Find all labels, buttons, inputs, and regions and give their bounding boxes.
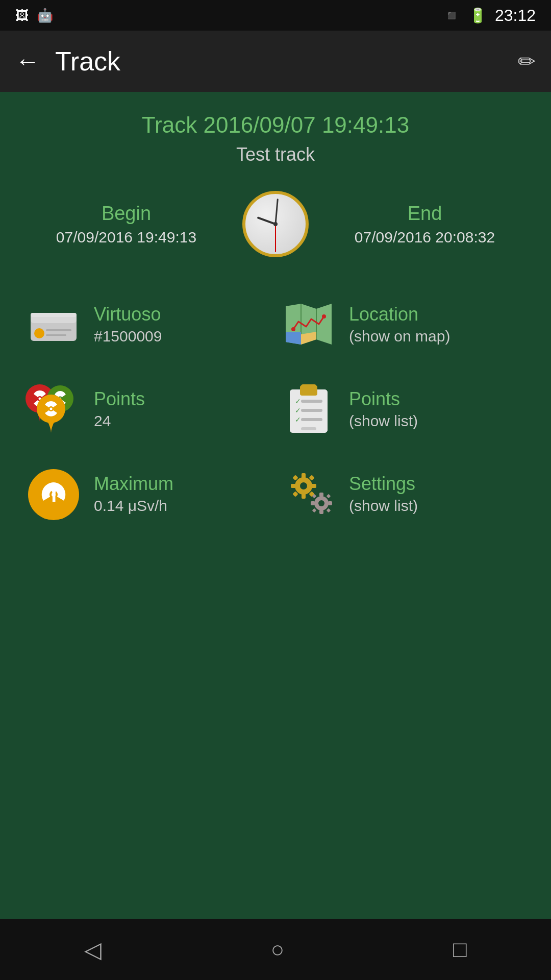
device-text: Virtuoso #1500009: [94, 303, 162, 347]
svg-rect-28: [301, 409, 322, 412]
android-icon: 🤖: [37, 8, 53, 23]
status-time: 23:12: [495, 6, 536, 25]
disk-icon: [28, 307, 79, 344]
svg-point-9: [322, 314, 326, 318]
track-title: Track 2016/09/07 19:49:13: [20, 112, 531, 138]
svg-rect-53: [328, 501, 332, 505]
pins-icon-wrap: [26, 382, 82, 438]
disk-icon-wrap: [26, 297, 82, 353]
nav-back-button[interactable]: ◁: [64, 926, 122, 973]
main-content: Track 2016/09/07 19:49:13 Test track Beg…: [0, 92, 551, 919]
svg-rect-40: [302, 473, 306, 478]
location-value: (show on map): [349, 326, 450, 347]
svg-rect-43: [311, 484, 316, 488]
navigation-bar: ◁ ○ □: [0, 919, 551, 980]
points-count-value: 24: [94, 410, 145, 432]
battery-icon: 🔋: [469, 7, 487, 24]
svg-text:✓: ✓: [295, 397, 301, 405]
device-value: #1500009: [94, 326, 162, 347]
svg-rect-46: [292, 491, 298, 497]
points-list-item[interactable]: ✓ ✓ ✓ Points (show list): [276, 368, 531, 452]
sim-icon: ◾: [443, 7, 461, 24]
svg-rect-32: [301, 427, 316, 430]
svg-rect-56: [312, 508, 316, 512]
svg-point-49: [318, 500, 324, 506]
points-count-text: Points 24: [94, 388, 145, 431]
points-count-label: Points: [94, 388, 145, 410]
radiation-pins-icon: [26, 383, 82, 437]
end-datetime: 07/09/2016 20:08:32: [319, 229, 531, 246]
gears-icon: [281, 467, 337, 523]
location-text: Location (show on map): [349, 303, 450, 347]
track-subtitle: Test track: [20, 144, 531, 165]
points-list-label: Points: [349, 388, 418, 410]
settings-item[interactable]: Settings (show list): [276, 452, 531, 537]
begin-datetime: 07/09/2016 19:49:13: [20, 229, 232, 246]
nav-recent-button[interactable]: □: [433, 926, 487, 972]
nav-home-button[interactable]: ○: [250, 926, 305, 972]
location-item[interactable]: Location (show on map): [276, 283, 531, 368]
svg-point-39: [300, 482, 307, 489]
svg-rect-57: [327, 508, 331, 512]
end-block: End 07/09/2016 20:08:32: [319, 203, 531, 246]
maximum-label: Maximum: [94, 473, 173, 495]
clock-icon: [242, 191, 309, 257]
settings-icon-wrap: [281, 467, 337, 523]
app-bar: ← Track ✏: [0, 31, 551, 92]
svg-rect-26: [301, 400, 322, 403]
svg-rect-25: [300, 385, 317, 396]
begin-label: Begin: [20, 203, 232, 225]
settings-label: Settings: [349, 473, 418, 495]
svg-point-21: [50, 407, 53, 410]
end-label: End: [319, 203, 531, 225]
points-list-value: (show list): [349, 410, 418, 432]
clipboard-icon-wrap: ✓ ✓ ✓: [281, 382, 337, 438]
svg-text:ϒ: ϒ: [46, 483, 61, 506]
maximum-text: Maximum 0.14 μSv/h: [94, 473, 173, 516]
edit-icon[interactable]: ✏: [518, 49, 536, 74]
settings-text: Settings (show list): [349, 473, 418, 516]
maximum-value: 0.14 μSv/h: [94, 495, 173, 517]
map-icon-wrap: [281, 297, 337, 353]
svg-rect-41: [302, 494, 306, 499]
svg-rect-42: [291, 484, 296, 488]
radiation-badge-icon: ϒ: [27, 468, 81, 522]
status-bar: 🖼 🤖 ◾ 🔋 23:12: [0, 0, 551, 31]
points-count-item[interactable]: Points 24: [20, 368, 276, 452]
svg-rect-30: [301, 418, 322, 421]
svg-rect-44: [292, 475, 298, 480]
time-block: Begin 07/09/2016 19:49:13 End 07/09/2016…: [20, 191, 531, 257]
svg-rect-52: [311, 501, 315, 505]
svg-text:✓: ✓: [295, 406, 301, 414]
back-button[interactable]: ←: [15, 49, 40, 74]
svg-rect-5: [46, 334, 66, 336]
svg-rect-51: [319, 510, 323, 514]
device-label: Virtuoso: [94, 303, 162, 325]
svg-rect-2: [31, 313, 77, 317]
svg-rect-50: [319, 493, 323, 497]
begin-block: Begin 07/09/2016 19:49:13: [20, 203, 232, 246]
svg-rect-55: [327, 494, 331, 498]
clipboard-icon: ✓ ✓ ✓: [286, 384, 332, 435]
location-label: Location: [349, 303, 450, 325]
radiation-icon-wrap: ϒ: [26, 467, 82, 523]
device-item[interactable]: Virtuoso #1500009: [20, 283, 276, 368]
maximum-item[interactable]: ϒ Maximum 0.14 μSv/h: [20, 452, 276, 537]
svg-point-3: [34, 328, 44, 338]
screenshot-icon: 🖼: [15, 8, 29, 23]
svg-point-8: [291, 327, 295, 331]
map-icon: [283, 301, 334, 350]
settings-value: (show list): [349, 495, 418, 517]
points-list-text: Points (show list): [349, 388, 418, 431]
svg-text:✓: ✓: [295, 415, 301, 424]
svg-rect-45: [309, 475, 314, 480]
info-grid: Virtuoso #1500009: [20, 283, 531, 537]
svg-rect-4: [46, 329, 71, 331]
page-title: Track: [55, 46, 518, 77]
